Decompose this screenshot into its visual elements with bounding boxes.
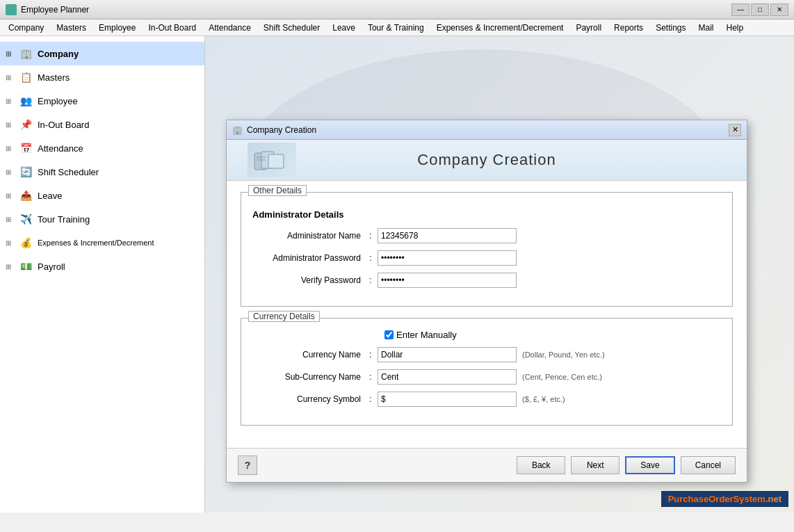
currency-symbol-label: Currency Symbol — [252, 394, 364, 404]
menu-reports[interactable]: Reports — [608, 22, 649, 34]
admin-name-input[interactable] — [378, 228, 517, 243]
enter-manually-row: Enter Manually — [384, 330, 721, 340]
sub-currency-input[interactable] — [378, 369, 517, 385]
verify-password-colon: : — [364, 275, 378, 285]
admin-name-label: Administrator Name — [252, 231, 364, 241]
maximize-button[interactable]: □ — [751, 3, 769, 16]
back-button[interactable]: Back — [517, 456, 565, 474]
menu-company[interactable]: Company — [3, 22, 49, 34]
currency-name-hint: (Dollar, Pound, Yen etc.) — [522, 350, 605, 359]
sidebar: ⊞ 🏢 Company ⊞ 📋 Masters ⊞ 👥 Employee ⊞ 📌… — [0, 36, 205, 513]
menu-inout[interactable]: In-Out Board — [143, 22, 202, 34]
currency-symbol-row: Currency Symbol : ($, £, ¥, etc.) — [252, 392, 721, 407]
verify-password-input[interactable] — [378, 273, 517, 288]
menu-tour[interactable]: Tour & Training — [362, 22, 430, 34]
minimize-button[interactable]: — — [731, 3, 750, 16]
next-button[interactable]: Next — [571, 456, 619, 474]
sidebar-item-expenses[interactable]: ⊞ 💰 Expenses & Increment/Decrement — [0, 231, 204, 255]
admin-details-subtitle: Administrator Details — [252, 209, 721, 220]
cancel-button[interactable]: Cancel — [681, 456, 736, 474]
menu-shift[interactable]: Shift Scheduler — [258, 22, 325, 34]
close-button[interactable]: ✕ — [770, 3, 788, 16]
sidebar-item-company[interactable]: ⊞ 🏢 Company — [0, 42, 204, 65]
currency-symbol-input[interactable] — [378, 392, 517, 407]
leave-icon: 📤 — [18, 188, 33, 203]
sub-currency-hint: (Cent, Pence, Cen etc.) — [522, 373, 602, 381]
sidebar-label-company: Company — [38, 49, 79, 59]
verify-password-label: Verify Password — [252, 275, 364, 285]
sidebar-item-masters[interactable]: ⊞ 📋 Masters — [0, 65, 204, 89]
shift-icon: 🔄 — [18, 164, 33, 179]
admin-name-row: Administrator Name : — [252, 228, 721, 243]
admin-password-input[interactable] — [378, 250, 517, 266]
expand-icon-payroll: ⊞ — [6, 263, 14, 271]
menu-leave[interactable]: Leave — [327, 22, 361, 34]
sidebar-label-payroll: Payroll — [38, 261, 65, 272]
sidebar-label-attendance: Attendance — [38, 143, 83, 154]
expand-icon-masters: ⊞ — [6, 74, 14, 81]
currency-details-title: Currency Details — [248, 311, 320, 322]
other-details-title: Other Details — [248, 185, 307, 196]
title-bar: Employee Planner — □ ✕ — [0, 0, 794, 19]
menu-bar: Company Masters Employee In-Out Board At… — [0, 19, 794, 36]
menu-masters[interactable]: Masters — [51, 22, 92, 34]
sidebar-item-payroll[interactable]: ⊞ 💵 Payroll — [0, 255, 204, 278]
tour-icon: ✈️ — [18, 211, 33, 227]
expand-icon-expenses: ⊞ — [6, 239, 14, 247]
company-creation-modal: 🏢 Company Creation ✕ Company Creation — [226, 120, 747, 483]
sidebar-item-attendance[interactable]: ⊞ 📅 Attendance — [0, 136, 204, 160]
currency-name-row: Currency Name : (Dollar, Pound, Yen etc.… — [252, 347, 721, 362]
currency-name-input[interactable] — [378, 347, 517, 362]
menu-employee[interactable]: Employee — [93, 22, 141, 34]
enter-manually-checkbox[interactable] — [384, 330, 394, 339]
currency-symbol-hint: ($, £, ¥, etc.) — [522, 395, 565, 403]
sub-currency-label: Sub-Currency Name — [252, 372, 364, 382]
expand-icon-shift: ⊞ — [6, 168, 14, 176]
modal-content: Other Details Administrator Details Admi… — [227, 181, 747, 448]
company-icon: 🏢 — [18, 46, 33, 61]
sidebar-label-inout: In-Out Board — [38, 120, 89, 130]
admin-password-row: Administrator Password : — [252, 250, 721, 266]
expand-icon-tour: ⊞ — [6, 216, 14, 223]
sidebar-label-shift: Shift Scheduler — [38, 167, 99, 177]
attendance-icon: 📅 — [18, 140, 33, 156]
enter-manually-label: Enter Manually — [396, 330, 457, 340]
sidebar-item-shift[interactable]: ⊞ 🔄 Shift Scheduler — [0, 160, 204, 184]
currency-name-label: Currency Name — [252, 350, 364, 360]
app-title: Employee Planner — [21, 5, 89, 15]
sidebar-label-tour: Tour Training — [38, 214, 90, 225]
modal-header-title: Company Creation — [417, 151, 556, 169]
sub-currency-row: Sub-Currency Name : (Cent, Pence, Cen et… — [252, 369, 721, 385]
modal-title-icon: 🏢 — [232, 125, 243, 135]
menu-settings[interactable]: Settings — [650, 22, 691, 34]
sidebar-item-inout[interactable]: ⊞ 📌 In-Out Board — [0, 113, 204, 136]
sub-currency-colon: : — [364, 372, 378, 382]
payroll-icon: 💵 — [18, 259, 33, 274]
save-button[interactable]: Save — [625, 456, 674, 474]
admin-name-colon: : — [364, 231, 378, 241]
modal-close-button[interactable]: ✕ — [729, 124, 741, 136]
menu-mail[interactable]: Mail — [692, 22, 719, 34]
menu-help[interactable]: Help — [721, 22, 750, 34]
expenses-icon: 💰 — [18, 235, 33, 250]
menu-payroll[interactable]: Payroll — [570, 22, 607, 34]
help-button[interactable]: ? — [238, 456, 257, 475]
modal-title-bar: 🏢 Company Creation ✕ — [227, 120, 747, 140]
menu-attendance[interactable]: Attendance — [203, 22, 257, 34]
sidebar-item-employee[interactable]: ⊞ 👥 Employee — [0, 89, 204, 113]
inout-icon: 📌 — [18, 117, 33, 132]
sidebar-item-tour[interactable]: ⊞ ✈️ Tour Training — [0, 207, 204, 231]
menu-expenses[interactable]: Expenses & Increment/Decrement — [431, 22, 569, 34]
window-controls[interactable]: — □ ✕ — [731, 3, 788, 16]
watermark-text2: .net — [765, 494, 781, 504]
watermark-text1: PurchaseOrderSystem — [668, 494, 765, 504]
app-icon — [6, 4, 17, 15]
expand-icon-inout: ⊞ — [6, 121, 14, 129]
currency-symbol-colon: : — [364, 394, 378, 404]
sidebar-label-expenses: Expenses & Increment/Decrement — [38, 239, 154, 247]
sidebar-item-leave[interactable]: ⊞ 📤 Leave — [0, 184, 204, 207]
modal-header-icon — [248, 143, 296, 177]
sidebar-label-leave: Leave — [38, 191, 62, 201]
modal-title-label: Company Creation — [247, 125, 316, 135]
admin-password-label: Administrator Password — [252, 253, 364, 263]
